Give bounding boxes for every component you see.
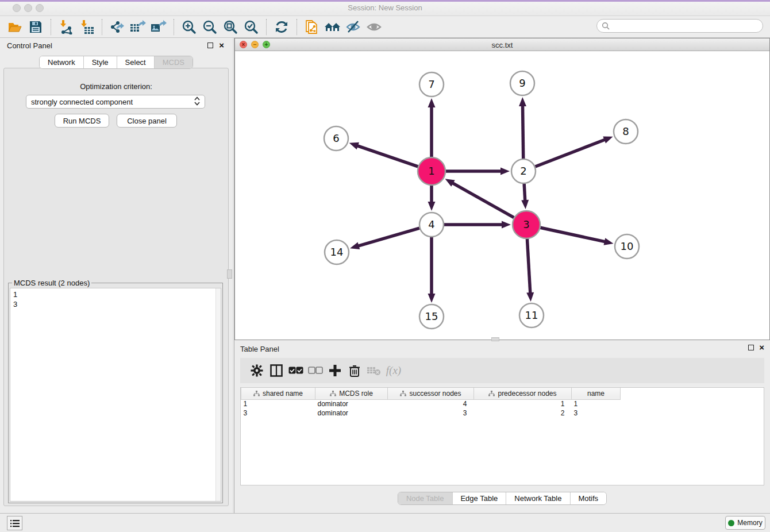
tab-select[interactable]: Select [117,56,155,68]
save-session-icon[interactable] [27,18,44,36]
deselect-all-icon[interactable] [306,362,325,379]
table-cell[interactable]: 1 [241,399,315,408]
window-title: Session: New Session [0,3,770,12]
network-canvas[interactable]: 1234678910111415 [235,51,769,340]
memory-button[interactable]: Memory [725,516,765,530]
table-cell[interactable]: 3 [241,408,315,418]
table-cell[interactable]: dominator [315,399,388,408]
column-type-icon [400,391,406,396]
graph-node-label-7: 7 [428,78,434,90]
graph-edge-2-3[interactable] [524,184,525,201]
tab-node-table[interactable]: Node Table [398,492,453,504]
network-graph: 1234678910111415 [235,51,769,340]
network-window-titlebar: × – + scc.txt [235,38,769,51]
clone-network-icon[interactable] [303,18,321,36]
control-panel-header: Control Panel × [0,38,232,53]
column-header-name[interactable]: name [572,388,621,399]
search-input[interactable] [610,21,763,31]
column-header-MCDS-role[interactable]: MCDS role [315,388,388,399]
task-history-button[interactable] [7,516,22,530]
graph-edge-2-9[interactable] [522,105,523,159]
tab-edge-table[interactable]: Edge Table [452,492,506,504]
export-table-icon[interactable] [129,18,147,36]
mcds-result-title: MCDS result (2 nodes) [12,279,91,287]
status-bar: Memory [0,513,770,532]
graph-edge-2-8[interactable] [536,140,606,167]
tab-style[interactable]: Style [84,56,117,68]
table-settings-gear-icon[interactable] [247,362,267,379]
close-panel-icon[interactable]: × [219,40,224,50]
table-cell[interactable]: 3 [572,408,621,418]
table-row[interactable]: 3dominator323 [241,408,621,418]
network-view-window: × – + scc.txt 1234678910111415 [234,38,770,340]
table-cell[interactable]: dominator [315,408,388,418]
toolbar-separator [102,19,102,35]
float-panel-icon[interactable] [207,43,213,48]
criterion-dropdown-value: strongly connected component [31,98,133,106]
float-table-panel-icon[interactable] [748,345,754,350]
table-cell[interactable]: 2 [474,408,572,418]
export-network-icon[interactable] [109,18,126,36]
table-row[interactable]: 1dominator411 [241,399,621,408]
network-view-title: scc.txt [235,41,769,49]
add-column-icon[interactable] [325,362,345,379]
criterion-dropdown[interactable]: strongly connected component [26,95,205,109]
import-network-icon[interactable] [57,18,75,36]
table-cell[interactable]: 4 [388,399,474,408]
open-file-icon[interactable] [6,18,24,36]
result-scrollbar[interactable] [215,288,221,501]
close-table-panel-icon[interactable]: × [759,342,764,352]
show-columns-icon[interactable] [267,362,286,379]
graph-edge-4-14[interactable] [357,228,419,246]
zoom-in-icon[interactable] [180,18,198,36]
search-box[interactable] [596,19,763,33]
export-image-icon[interactable] [150,18,167,36]
zoom-fit-icon[interactable] [222,18,239,36]
run-mcds-button[interactable]: Run MCDS [55,114,109,128]
control-panel-tabs: NetworkStyleSelectMCDS [39,56,193,69]
column-type-icon [330,391,336,396]
node-table[interactable]: shared nameMCDS rolesuccessor nodesprede… [240,387,764,485]
column-label: name [587,390,605,398]
graph-arrowhead-1-2 [500,168,510,175]
graph-node-label-15: 15 [425,310,438,322]
toolbar-separator [51,19,51,35]
table-panel: Table Panel × f(x) shared nameMCDS roles… [234,340,770,513]
table-cell[interactable]: 3 [388,408,474,418]
column-type-icon [253,391,260,396]
horizontal-splitter-grip[interactable] [491,337,499,341]
tab-mcds[interactable]: MCDS [155,56,192,68]
list-icon [10,519,20,527]
hide-selected-icon[interactable] [345,18,362,36]
graph-edge-3-1[interactable] [452,183,514,218]
show-hidden-icon[interactable] [365,18,383,36]
graph-node-label-2: 2 [520,165,526,177]
mcds-result-text[interactable]: 1 3 [10,288,221,502]
table-cell[interactable]: 1 [572,399,621,408]
graph-arrowhead-2-9 [519,97,526,106]
graph-edge-1-6[interactable] [357,145,418,167]
graph-edge-3-11[interactable] [527,239,530,294]
vertical-splitter-grip[interactable] [227,269,232,279]
tab-network-table[interactable]: Network Table [506,492,570,504]
graph-arrowhead-3-10 [604,238,614,245]
column-header-successor-nodes[interactable]: successor nodes [388,388,474,399]
tab-network[interactable]: Network [40,56,84,68]
app-titlebar: Session: New Session [0,0,770,16]
first-neighbors-icon[interactable] [324,18,341,36]
apply-layout-icon[interactable] [273,18,290,36]
graph-arrowhead-4-14 [350,242,360,249]
graph-node-label-9: 9 [519,77,525,89]
table-cell[interactable]: 1 [474,399,572,408]
graph-edge-3-10[interactable] [540,228,605,242]
import-table-icon[interactable] [78,18,95,36]
delete-column-trash-icon[interactable] [345,362,364,379]
select-all-icon[interactable] [286,362,306,379]
tab-motifs[interactable]: Motifs [570,492,606,504]
column-header-predecessor-nodes[interactable]: predecessor nodes [474,388,572,399]
close-panel-button[interactable]: Close panel [117,114,177,128]
zoom-out-icon[interactable] [201,18,218,36]
zoom-selected-icon[interactable] [242,18,260,36]
column-header-shared-name[interactable]: shared name [241,388,315,399]
mcds-result-group: MCDS result (2 nodes) 1 3 [8,283,223,503]
